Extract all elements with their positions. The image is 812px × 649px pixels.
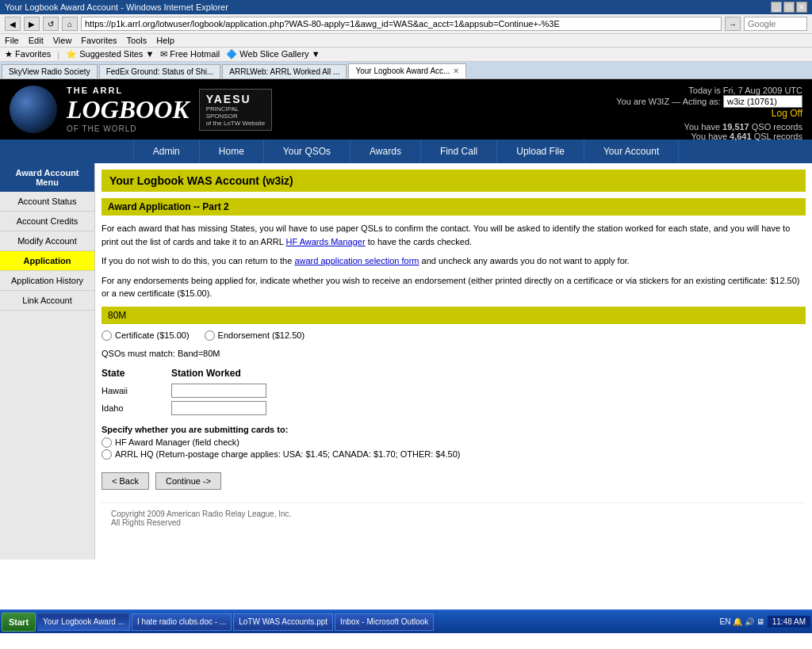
address-input[interactable] xyxy=(81,17,722,31)
tab-fedex[interactable]: FedEx Ground: Status of Shi... xyxy=(99,64,221,78)
tab-logbook[interactable]: Your Logbook Award Acc... ✕ xyxy=(348,63,466,78)
state-hawaii: Hawaii xyxy=(102,386,165,395)
back-button[interactable]: < Back xyxy=(102,472,149,490)
logo-text: THE ARRL LOGBOOK OF THE WORLD xyxy=(67,86,190,133)
menu-edit[interactable]: Edit xyxy=(29,36,44,45)
tab-arrl[interactable]: ARRLWeb: ARRL Worked All ... xyxy=(222,64,347,78)
nav-bar: Admin Home Your QSOs Awards Find Call Up… xyxy=(0,139,812,163)
window-controls: _ □ ✕ xyxy=(771,2,807,13)
back-button[interactable]: ◀ xyxy=(5,17,21,31)
nav-admin[interactable]: Admin xyxy=(133,139,200,163)
menu-help[interactable]: Help xyxy=(156,36,174,45)
minimize-btn[interactable]: _ xyxy=(771,2,782,13)
window-title: Your Logbook Award Account - Windows Int… xyxy=(5,2,228,12)
search-input[interactable] xyxy=(744,17,807,31)
globe-logo xyxy=(10,86,57,133)
nav-your-account[interactable]: Your Account xyxy=(584,139,679,163)
fav-favorites[interactable]: ★ Favorites xyxy=(5,49,51,59)
qsl-count: 4,641 xyxy=(730,132,752,141)
footer-line1: Copyright 2009 American Radio Relay Leag… xyxy=(111,510,796,518)
fav-hotmail[interactable]: ✉ Free Hotmail xyxy=(160,49,220,59)
browser-tabs: SkyView Radio Society FedEx Ground: Stat… xyxy=(0,62,812,79)
tab-fedex-label: FedEx Ground: Status of Shi... xyxy=(106,67,214,76)
continue-button[interactable]: Continue -> xyxy=(155,472,221,490)
menu-file[interactable]: File xyxy=(5,36,19,45)
tab-arrl-label: ARRLWeb: ARRL Worked All ... xyxy=(229,67,339,76)
date-display: Today is Fri, 7 Aug 2009 UTC xyxy=(688,86,802,95)
refresh-button[interactable]: ↺ xyxy=(43,17,59,31)
content-area: Your Logbook WAS Account (w3iz) Award Ap… xyxy=(95,163,812,559)
hawaii-input[interactable] xyxy=(171,384,266,398)
arrl-label: THE ARRL xyxy=(67,86,190,95)
cert-option[interactable]: Certificate ($15.00) xyxy=(102,330,190,341)
go-button[interactable]: → xyxy=(725,17,741,31)
tab-logbook-label: Your Logbook Award Acc... xyxy=(355,67,450,75)
nav-upload-file[interactable]: Upload File xyxy=(497,139,584,163)
close-btn[interactable]: ✕ xyxy=(796,2,807,13)
restore-btn[interactable]: □ xyxy=(783,2,795,13)
submit-section: Specify whether you are submitting cards… xyxy=(102,425,806,460)
yaesu-logo: YAESU xyxy=(206,93,266,105)
submit-option-hf[interactable]: HF Award Manager (field check) xyxy=(102,437,806,448)
para3: For any endorsements being applied for, … xyxy=(102,274,806,300)
nav-find-call[interactable]: Find Call xyxy=(421,139,497,163)
submit-option-arrlhq[interactable]: ARRL HQ (Return-postage charge applies: … xyxy=(102,449,806,460)
qsl-info: You have 4,641 QSL records xyxy=(616,132,802,141)
qso-match: QSOs must match: Band=80M xyxy=(102,349,806,358)
sidebar-item-application-history[interactable]: Application History xyxy=(0,271,94,291)
sidebar-item-application[interactable]: Application xyxy=(0,251,94,271)
endorse-radio[interactable] xyxy=(205,330,215,341)
header-top-right: Today is Fri, 7 Aug 2009 UTC You are W3I… xyxy=(616,86,802,141)
submit-hf-radio[interactable] xyxy=(102,437,112,448)
qso-count: 19,517 xyxy=(722,122,749,132)
state-idaho: Idaho xyxy=(102,403,165,413)
submit-title: Specify whether you are submitting cards… xyxy=(102,425,806,434)
submit-arrl-label: ARRL HQ (Return-postage charge applies: … xyxy=(115,449,461,459)
menu-view[interactable]: View xyxy=(53,36,72,45)
cert-radio[interactable] xyxy=(102,330,112,341)
sidebar: Award AccountMenu Account Status Account… xyxy=(0,163,95,559)
logbook-label: LOGBOOK xyxy=(67,95,190,124)
nav-awards[interactable]: Awards xyxy=(350,139,421,163)
station-row-idaho: Idaho xyxy=(102,401,806,415)
fav-suggested[interactable]: ⭐ Suggested Sites ▼ xyxy=(66,49,154,59)
button-row: < Back Continue -> xyxy=(102,472,806,490)
sidebar-item-link-account[interactable]: Link Account xyxy=(0,291,94,311)
station-table: State Station Worked Hawaii Idaho xyxy=(102,368,806,415)
award-application-link[interactable]: award application selection form xyxy=(294,256,419,265)
band-header: 80M xyxy=(102,307,806,324)
menu-tools[interactable]: Tools xyxy=(127,36,147,45)
station-table-header: State Station Worked xyxy=(102,368,806,379)
sidebar-item-account-credits[interactable]: Account Credits xyxy=(0,212,94,231)
log-off-link[interactable]: Log Off xyxy=(616,108,802,119)
page-footer: Copyright 2009 American Radio Relay Leag… xyxy=(102,502,806,533)
station-col-header: Station Worked xyxy=(171,368,806,379)
tab-skyview[interactable]: SkyView Radio Society xyxy=(2,64,98,78)
submit-arrl-radio[interactable] xyxy=(102,449,112,460)
footer-line2: All Rights Reserved xyxy=(111,518,796,527)
principal-label: PRINCIPAL xyxy=(206,105,266,113)
main-layout: Award AccountMenu Account Status Account… xyxy=(0,163,812,559)
title-bar: Your Logbook Award Account - Windows Int… xyxy=(0,0,812,14)
qso-info: You have 19,517 QSO records xyxy=(616,122,802,132)
hf-awards-manager-link[interactable]: HF Awards Manager xyxy=(286,237,366,246)
forward-button[interactable]: ▶ xyxy=(24,17,40,31)
qso-match-label: QSOs must match: xyxy=(102,349,175,358)
idaho-input[interactable] xyxy=(171,401,266,415)
home-button[interactable]: ⌂ xyxy=(62,17,78,31)
tab-close-icon[interactable]: ✕ xyxy=(453,67,459,75)
of-world-label: OF THE WORLD xyxy=(67,124,190,133)
fav-webslice[interactable]: 🔷 Web Slice Gallery ▼ xyxy=(226,49,320,59)
acting-as-input[interactable] xyxy=(723,95,802,108)
sidebar-item-account-status[interactable]: Account Status xyxy=(0,192,94,212)
cert-label: Certificate ($15.00) xyxy=(115,330,190,340)
menu-favorites[interactable]: Favorites xyxy=(81,36,117,45)
nav-home[interactable]: Home xyxy=(200,139,264,163)
qso-match-value: Band=80M xyxy=(178,349,220,358)
state-col-header: State xyxy=(102,368,165,379)
station-row-hawaii: Hawaii xyxy=(102,384,806,398)
page-title: Your Logbook WAS Account (w3iz) xyxy=(102,170,806,192)
endorse-option[interactable]: Endorsement ($12.50) xyxy=(205,330,304,341)
sidebar-item-modify-account[interactable]: Modify Account xyxy=(0,231,94,251)
nav-your-qsos[interactable]: Your QSOs xyxy=(264,139,350,163)
